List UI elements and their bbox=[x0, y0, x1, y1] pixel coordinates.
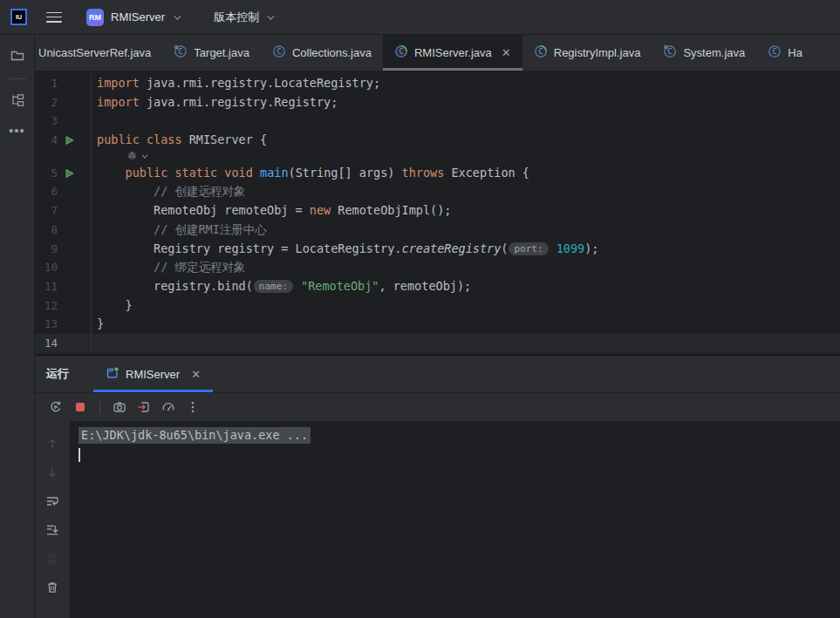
gutter[interactable] bbox=[58, 182, 91, 201]
token bbox=[253, 166, 260, 180]
gutter[interactable] bbox=[58, 131, 91, 150]
editor-tab-system-java[interactable]: CSystem.java bbox=[652, 35, 756, 71]
print-icon[interactable] bbox=[42, 548, 63, 569]
ide-window: IU RM RMIServer 版本控制 ••• CUnicastServerR… bbox=[0, 0, 840, 618]
token: public bbox=[97, 132, 140, 146]
svg-text:C: C bbox=[668, 47, 673, 56]
code-text[interactable]: RemoteObj remoteObj = new RemoteObjImpl(… bbox=[91, 201, 840, 221]
code-line-3: 3 bbox=[35, 112, 840, 131]
svg-text:C: C bbox=[773, 47, 777, 56]
editor-tab-registryimpl-java[interactable]: CRegistryImpl.java bbox=[522, 35, 652, 71]
run-tab-bar: 运行 RMIServer ✕ bbox=[35, 356, 840, 392]
code-text[interactable]: registry.bind(name: "RemoteObj", remoteO… bbox=[91, 277, 840, 296]
code-text[interactable]: Registry registry = LocateRegistry.creat… bbox=[91, 240, 840, 259]
rerun-icon[interactable] bbox=[45, 397, 66, 418]
code-text[interactable] bbox=[91, 150, 840, 164]
gutter[interactable] bbox=[58, 258, 91, 277]
project-name: RMIServer bbox=[111, 10, 165, 24]
gutter[interactable] bbox=[58, 240, 91, 259]
more-icon[interactable] bbox=[182, 397, 203, 418]
code-text[interactable] bbox=[91, 112, 840, 131]
vcs-label: 版本控制 bbox=[214, 10, 259, 25]
editor-tab-target-java[interactable]: CTarget.java bbox=[162, 35, 261, 71]
editor-tab-ha[interactable]: CHa bbox=[756, 35, 814, 71]
gutter[interactable] bbox=[58, 334, 91, 353]
code-text[interactable]: public static void main(String[] args) t… bbox=[91, 164, 840, 183]
code-editor[interactable]: 1import java.rmi.registry.LocateRegistry… bbox=[35, 71, 840, 355]
gutter[interactable] bbox=[58, 201, 91, 221]
token: java.rmi.registry.Registry; bbox=[140, 95, 338, 109]
thread-dump-icon[interactable] bbox=[109, 397, 130, 418]
tab-label: RMIServer.java bbox=[414, 46, 492, 59]
code-text[interactable] bbox=[91, 334, 840, 353]
token: java.rmi.registry.LocateRegistry; bbox=[140, 76, 380, 90]
soft-wrap-icon[interactable] bbox=[42, 491, 63, 512]
gutter[interactable] bbox=[58, 112, 91, 131]
gutter[interactable] bbox=[58, 93, 91, 112]
token bbox=[550, 241, 557, 255]
project-folder-icon[interactable] bbox=[7, 45, 28, 66]
close-icon[interactable]: ✕ bbox=[502, 46, 511, 59]
code-text[interactable]: // 绑定远程对象 bbox=[91, 258, 840, 277]
editor-tab-collections-java[interactable]: CCollections.java bbox=[261, 35, 383, 71]
code-text[interactable]: import java.rmi.registry.LocateRegistry; bbox=[91, 74, 840, 93]
console-output[interactable]: E:\JDK\jdk-8u65\bin\java.exe ... bbox=[70, 421, 840, 618]
tool-window-stripe: ••• bbox=[0, 35, 35, 618]
code-text[interactable]: } bbox=[91, 315, 840, 334]
line-number: 14 bbox=[35, 334, 58, 353]
chevron-down-icon bbox=[267, 12, 274, 19]
gutter[interactable] bbox=[58, 277, 91, 296]
code-text[interactable]: // 创建RMI注册中心 bbox=[91, 221, 840, 240]
token: ( bbox=[501, 241, 508, 255]
run-tab-rmiserver[interactable]: RMIServer ✕ bbox=[93, 356, 213, 392]
token bbox=[140, 132, 147, 146]
line-number: 3 bbox=[35, 112, 58, 131]
line-number: 1 bbox=[35, 74, 58, 93]
token: RemoteObj remoteObj = bbox=[97, 203, 310, 217]
structure-icon[interactable] bbox=[7, 90, 28, 111]
stop-icon[interactable] bbox=[70, 397, 91, 418]
code-text[interactable]: } bbox=[91, 296, 840, 316]
tab-label: UnicastServerRef.java bbox=[38, 46, 151, 59]
token: // 创建RMI注册中心 bbox=[154, 222, 267, 236]
code-line-8: 8 // 创建RMI注册中心 bbox=[35, 221, 840, 240]
vcs-widget[interactable]: 版本控制 bbox=[214, 10, 272, 25]
editor-tab-unicastserverref-java[interactable]: CUnicastServerRef.java bbox=[35, 35, 162, 71]
ai-assistant-icon[interactable] bbox=[126, 150, 147, 161]
code-text[interactable]: public class RMIServer { bbox=[91, 131, 840, 150]
gutter[interactable] bbox=[58, 74, 91, 93]
close-icon[interactable]: ✕ bbox=[191, 368, 201, 381]
class-run-icon: C bbox=[394, 44, 408, 61]
chevron-down-icon bbox=[174, 12, 181, 19]
tab-label: RegistryImpl.java bbox=[554, 46, 641, 59]
code-text[interactable]: // 创建远程对象 bbox=[91, 182, 840, 201]
gutter[interactable] bbox=[58, 315, 91, 334]
divider bbox=[9, 78, 26, 79]
profiler-icon[interactable] bbox=[158, 397, 179, 418]
scroll-to-end-icon[interactable] bbox=[42, 520, 63, 540]
gutter[interactable] bbox=[58, 221, 91, 240]
editor-tab-rmiserver-java[interactable]: CRMIServer.java✕ bbox=[383, 35, 522, 71]
down-icon[interactable] bbox=[42, 462, 63, 483]
token: (String[] args) bbox=[289, 166, 402, 180]
project-widget[interactable]: RM RMIServer bbox=[86, 9, 179, 26]
line-number: 12 bbox=[35, 296, 58, 316]
up-icon[interactable] bbox=[42, 433, 63, 454]
attach-icon[interactable] bbox=[133, 397, 154, 418]
gutter[interactable] bbox=[58, 296, 91, 316]
class-key-icon: C bbox=[663, 44, 677, 61]
hamburger-icon[interactable] bbox=[46, 12, 62, 23]
gutter[interactable] bbox=[58, 164, 91, 183]
gutter[interactable] bbox=[58, 150, 91, 164]
editor-tab-bar: CUnicastServerRef.javaCTarget.javaCColle… bbox=[35, 35, 840, 71]
inlay-hint-row bbox=[35, 150, 840, 164]
line-number: 9 bbox=[35, 240, 58, 259]
code-line-4: 4public class RMIServer { bbox=[35, 131, 840, 150]
tab-label: Ha bbox=[788, 46, 802, 59]
token: ); bbox=[584, 241, 598, 255]
more-tool-windows-icon[interactable]: ••• bbox=[7, 119, 28, 140]
code-line-10: 10 // 绑定远程对象 bbox=[35, 258, 840, 277]
clear-icon[interactable] bbox=[42, 577, 63, 598]
token bbox=[97, 166, 126, 180]
code-text[interactable]: import java.rmi.registry.Registry; bbox=[91, 93, 840, 112]
